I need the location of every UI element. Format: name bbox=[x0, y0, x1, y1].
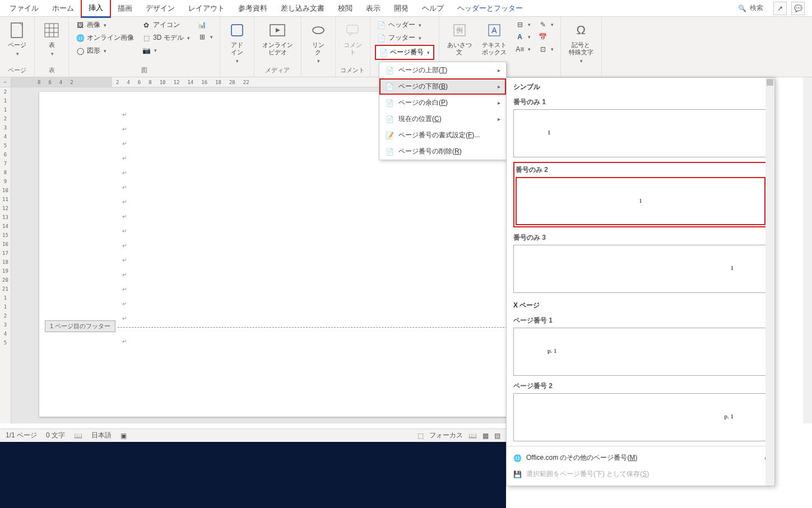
print-layout-icon[interactable]: ▦ bbox=[482, 432, 489, 440]
group-label-tables: 表 bbox=[49, 65, 55, 76]
chevron-right-icon: ▸ bbox=[498, 100, 500, 106]
chevron-down-icon: ▾ bbox=[317, 58, 320, 64]
status-bar: 1/1 ページ 0 文字 📖 日本語 ▣ ⬚ フォーカス 📖 ▦ ▤ bbox=[0, 428, 506, 442]
svg-text:例: 例 bbox=[456, 26, 463, 34]
svg-point-9 bbox=[313, 27, 324, 34]
quickparts-button[interactable]: ⊟▾ bbox=[513, 19, 533, 30]
menu-format-page-number[interactable]: 📝 ページ番号の書式設定(F)... bbox=[379, 127, 506, 143]
status-focus[interactable]: フォーカス bbox=[429, 431, 463, 440]
focus-mode-icon[interactable]: ⬚ bbox=[417, 432, 424, 440]
page-bottom-icon: 📄 bbox=[385, 82, 394, 91]
symbols-button[interactable]: Ω 記号と 特殊文字 ▾ bbox=[565, 19, 597, 66]
status-words[interactable]: 0 文字 bbox=[46, 431, 65, 440]
group-label-comments: コメント bbox=[340, 65, 365, 76]
tab-design[interactable]: デザイン bbox=[139, 0, 182, 17]
header-button[interactable]: 📄ヘッダー▾ bbox=[375, 19, 434, 31]
online-video-button[interactable]: オンライン ビデオ bbox=[259, 19, 296, 58]
globe-picture-icon: 🌐 bbox=[76, 34, 85, 43]
gallery-item-pagenum-2[interactable]: ページ番号 2 p. 1 bbox=[513, 380, 768, 441]
footer-icon: 📄 bbox=[377, 34, 386, 43]
status-language[interactable]: 日本語 bbox=[91, 431, 112, 440]
status-macro-icon[interactable]: ▣ bbox=[120, 432, 127, 440]
chevron-down-icon: ▾ bbox=[236, 58, 239, 64]
read-mode-icon[interactable]: 📖 bbox=[468, 432, 477, 440]
menu-page-top[interactable]: 📄 ページの上部(T) ▸ bbox=[379, 62, 506, 78]
pages-button[interactable]: ページ ▾ bbox=[4, 19, 30, 59]
group-label-media: メディア bbox=[265, 65, 290, 76]
tab-layout[interactable]: レイアウト bbox=[182, 0, 231, 17]
icons-button[interactable]: ✿アイコン bbox=[140, 19, 192, 31]
tab-header-footer[interactable]: ヘッダーとフッター bbox=[451, 0, 530, 17]
status-proofing-icon[interactable]: 📖 bbox=[74, 432, 82, 440]
vertical-scrollbar[interactable] bbox=[803, 77, 812, 423]
tab-developer[interactable]: 開発 bbox=[387, 0, 415, 17]
tab-review[interactable]: 校閲 bbox=[331, 0, 359, 17]
picture-button[interactable]: 🖼画像▾ bbox=[73, 19, 136, 31]
object-button[interactable]: ⊡▾ bbox=[536, 44, 556, 55]
screenshot-dd-button[interactable]: ⊞▾ bbox=[196, 31, 215, 43]
tab-references[interactable]: 参考資料 bbox=[231, 0, 274, 17]
menu-page-bottom[interactable]: 📄 ページの下部(B) ▸ bbox=[379, 78, 506, 95]
textbox-button[interactable]: A テキスト ボックス bbox=[479, 19, 510, 58]
datetime-button[interactable]: 📅 bbox=[536, 31, 556, 43]
footer-cursor: ↵ bbox=[122, 338, 127, 344]
vertical-ruler[interactable]: 2 1 1 2 3 4 5 6 7 8 9 10 11 12 13 14 15 … bbox=[0, 87, 11, 423]
gallery-item-plain-2[interactable]: 番号のみ 2 1 bbox=[513, 162, 768, 227]
online-picture-button[interactable]: 🌐オンライン画像 bbox=[73, 32, 136, 44]
footer-boundary bbox=[118, 327, 521, 328]
menu-page-margin[interactable]: 📄 ページの余白(P) ▸ bbox=[379, 95, 506, 111]
greeting-button[interactable]: 例 あいさつ 文 bbox=[444, 19, 475, 58]
greeting-icon: 例 bbox=[451, 21, 468, 39]
chart-button[interactable]: 📊 bbox=[196, 19, 215, 30]
tab-file[interactable]: ファイル bbox=[3, 0, 45, 17]
page-margin-icon: 📄 bbox=[385, 99, 394, 108]
group-label-pages: ページ bbox=[8, 65, 26, 76]
tab-mailings[interactable]: 差し込み文書 bbox=[274, 0, 331, 17]
globe-icon: 🌐 bbox=[513, 454, 522, 462]
dropcap-button[interactable]: A≡▾ bbox=[513, 44, 533, 55]
smartart-button[interactable]: 📷▾ bbox=[140, 45, 192, 56]
links-button[interactable]: リン ク ▾ bbox=[306, 19, 331, 66]
chevron-right-icon: ▸ bbox=[498, 83, 500, 90]
chevron-down-icon: ▾ bbox=[16, 51, 19, 57]
picture-icon: 🖼 bbox=[76, 21, 85, 30]
gallery-item-plain-3[interactable]: 番号のみ 3 1 bbox=[513, 232, 768, 293]
search-box[interactable]: 🔍 検索 bbox=[732, 3, 769, 13]
datetime-icon: 📅 bbox=[539, 32, 547, 41]
tab-insert[interactable]: 挿入 bbox=[81, 0, 111, 18]
table-button[interactable]: 表 ▾ bbox=[39, 19, 64, 59]
tab-home[interactable]: ホーム bbox=[45, 0, 81, 17]
omega-icon: Ω bbox=[572, 21, 590, 39]
3d-model-button[interactable]: ⬚3D モデル▾ bbox=[140, 32, 192, 44]
windows-taskbar[interactable] bbox=[0, 442, 506, 508]
ruler-corner[interactable]: ⌐ bbox=[0, 77, 11, 87]
gallery-item-pagenum-1[interactable]: ページ番号 1 p. 1 bbox=[513, 315, 768, 376]
tab-view[interactable]: 表示 bbox=[359, 0, 387, 17]
gallery-scrollbar[interactable] bbox=[765, 78, 774, 486]
gallery-item-plain-1[interactable]: 番号のみ 1 1 bbox=[513, 96, 768, 157]
comment-button[interactable]: コメン ト bbox=[340, 19, 365, 58]
addins-icon bbox=[228, 21, 246, 39]
gallery-more-office[interactable]: 🌐 Office.com のその他のページ番号(M) ▸ bbox=[507, 450, 774, 466]
group-label-illustrations: 図 bbox=[141, 65, 147, 76]
footer-button[interactable]: 📄フッター▾ bbox=[375, 32, 434, 44]
tab-draw[interactable]: 描画 bbox=[111, 0, 139, 17]
share-button[interactable]: ↗ bbox=[773, 2, 787, 15]
menu-remove-page-number[interactable]: 📄 ページ番号の削除(R) bbox=[379, 143, 506, 160]
comments-button[interactable]: 💬 bbox=[791, 2, 805, 15]
svg-marker-8 bbox=[276, 28, 280, 32]
shapes-button[interactable]: ◯図形▾ bbox=[73, 45, 136, 57]
chart-icon: 📊 bbox=[198, 20, 207, 29]
search-icon: 🔍 bbox=[738, 4, 746, 12]
addins-button[interactable]: アド イン ▾ bbox=[225, 19, 249, 66]
page-number-button[interactable]: 📄ページ番号▾ bbox=[375, 45, 434, 60]
quickparts-icon: ⊟ bbox=[516, 20, 525, 29]
signature-button[interactable]: ✎▾ bbox=[536, 19, 556, 30]
wordart-button[interactable]: A▾ bbox=[513, 31, 533, 43]
signature-icon: ✎ bbox=[539, 20, 547, 29]
web-layout-icon[interactable]: ▤ bbox=[494, 432, 500, 440]
page-icon bbox=[8, 21, 26, 39]
tab-help[interactable]: ヘルプ bbox=[415, 0, 451, 17]
menu-current-position[interactable]: 📄 現在の位置(C) ▸ bbox=[379, 111, 506, 127]
status-page[interactable]: 1/1 ページ bbox=[6, 431, 37, 440]
